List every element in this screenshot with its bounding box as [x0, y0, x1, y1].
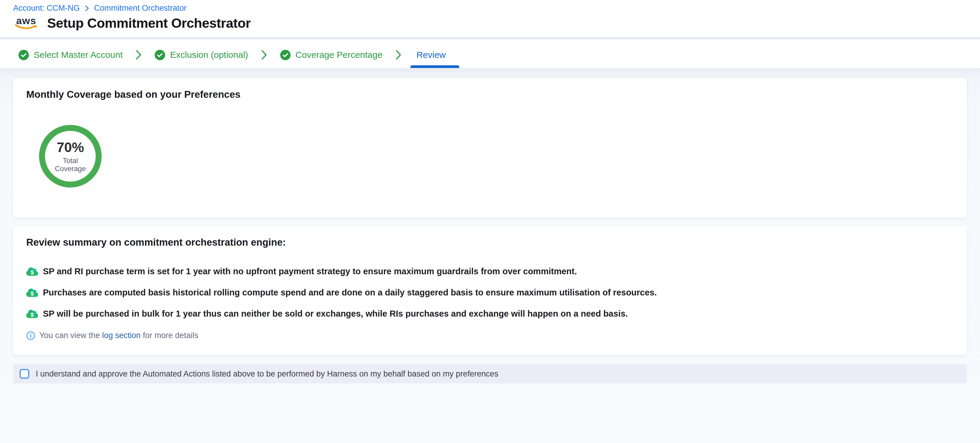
tab-exclusion-optional[interactable]: Exclusion (optional) [155, 50, 248, 60]
log-info-row: You can view the log section for more de… [26, 331, 198, 340]
check-circle-icon [280, 50, 291, 60]
page-title: Setup Commitment Orchestrator [47, 16, 251, 31]
donut-value: 70% [57, 140, 84, 155]
active-tab-underline [410, 65, 459, 68]
list-item: $ SP will be purchased in bulk for 1 yea… [26, 309, 954, 319]
summary-bullet-list: $ SP and RI purchase term is set for 1 y… [26, 266, 954, 319]
summary-card-title: Review summary on commitment orchestrati… [26, 237, 286, 248]
wizard-stepper: Select Master Account Exclusion (optiona… [0, 42, 980, 68]
bullet-text: Purchases are computed basis historical … [43, 288, 657, 298]
check-circle-icon [19, 50, 29, 60]
breadcrumb-account-link[interactable]: Account: CCM-NG [13, 3, 80, 13]
info-text: You can view the log section for more de… [39, 331, 198, 340]
tab-coverage-percentage[interactable]: Coverage Percentage [280, 50, 382, 60]
coverage-donut-chart: 70% Total Coverage [39, 124, 102, 188]
content-area: Monthly Coverage based on your Preferenc… [0, 68, 980, 443]
step-chevron-icon [261, 49, 268, 60]
monthly-coverage-card: Monthly Coverage based on your Preferenc… [13, 78, 967, 218]
info-suffix: for more details [141, 331, 199, 340]
page: Account: CCM-NG Commitment Orchestrator … [0, 0, 980, 443]
donut-center: 70% Total Coverage [39, 124, 102, 188]
aws-logo: aws [14, 16, 39, 30]
approval-label: I understand and approve the Automated A… [36, 370, 498, 379]
svg-text:$: $ [31, 312, 34, 318]
tab-label: Review [416, 50, 445, 60]
check-circle-icon [155, 50, 165, 60]
info-icon [26, 331, 35, 340]
svg-text:$: $ [31, 269, 34, 276]
donut-label: Total Coverage [50, 156, 91, 173]
aws-smile-icon [14, 24, 38, 30]
breadcrumb: Account: CCM-NG Commitment Orchestrator [13, 3, 186, 13]
tab-review[interactable]: Review [415, 42, 447, 68]
bullet-text: SP will be purchased in bulk for 1 year … [43, 309, 628, 319]
log-section-link[interactable]: log section [102, 331, 141, 340]
step-chevron-icon [135, 49, 142, 60]
info-prefix: You can view the [39, 331, 102, 340]
cloud-dollar-icon: $ [26, 288, 38, 298]
step-chevron-icon [395, 49, 402, 60]
breadcrumb-page-link[interactable]: Commitment Orchestrator [94, 3, 187, 13]
tab-select-master-account[interactable]: Select Master Account [19, 50, 123, 60]
list-item: $ SP and RI purchase term is set for 1 y… [26, 266, 954, 276]
coverage-card-title: Monthly Coverage based on your Preferenc… [26, 89, 240, 100]
bullet-text: SP and RI purchase term is set for 1 yea… [43, 266, 577, 276]
breadcrumb-chevron-icon [85, 5, 89, 12]
approval-checkbox[interactable] [20, 369, 29, 379]
title-row: aws Setup Commitment Orchestrator [14, 16, 251, 31]
cloud-dollar-icon: $ [26, 309, 38, 319]
cloud-dollar-icon: $ [26, 267, 38, 276]
page-header: Account: CCM-NG Commitment Orchestrator … [0, 0, 980, 39]
review-summary-card: Review summary on commitment orchestrati… [13, 226, 967, 355]
tab-label: Exclusion (optional) [170, 50, 248, 60]
approval-row: I understand and approve the Automated A… [13, 364, 967, 383]
tab-label: Select Master Account [34, 50, 123, 60]
svg-text:$: $ [31, 290, 34, 296]
list-item: $ Purchases are computed basis historica… [26, 288, 954, 298]
tab-label: Coverage Percentage [295, 50, 382, 60]
